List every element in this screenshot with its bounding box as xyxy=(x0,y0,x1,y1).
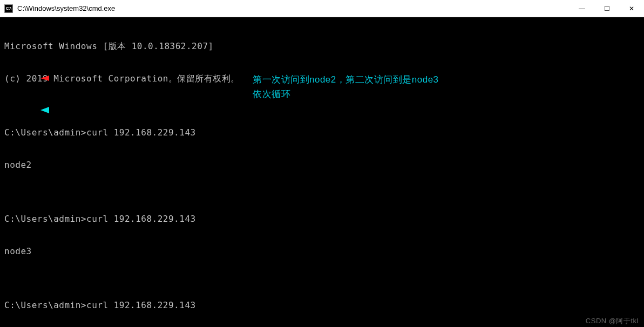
terminal-line: node3 xyxy=(4,246,640,257)
terminal-area[interactable]: Microsoft Windows [版本 10.0.18362.207] (c… xyxy=(0,17,644,327)
window-titlebar: C:\ C:\Windows\system32\cmd.exe — ☐ ✕ xyxy=(0,0,644,17)
annotation-line: 依次循环 xyxy=(253,87,439,101)
close-button[interactable]: ✕ xyxy=(619,0,644,17)
terminal-line: C:\Users\admin>curl 192.168.229.143 xyxy=(4,214,640,224)
svg-marker-3 xyxy=(40,107,49,113)
window-controls: — ☐ ✕ xyxy=(570,0,644,17)
terminal-line: C:\Users\admin>curl 192.168.229.143 xyxy=(4,127,640,138)
terminal-line: node2 xyxy=(4,160,640,171)
terminal-line: C:\Users\admin>curl 192.168.229.143 xyxy=(4,300,640,311)
maximize-button[interactable]: ☐ xyxy=(594,0,619,17)
terminal-line: Microsoft Windows [版本 10.0.18362.207] xyxy=(4,41,640,52)
window-title: C:\Windows\system32\cmd.exe xyxy=(17,4,115,12)
watermark-text: CSDN @阿于tkl xyxy=(586,317,639,325)
annotation-line: 第一次访问到node2，第二次访问到是node3 xyxy=(253,72,439,87)
cmd-icon: C:\ xyxy=(4,4,13,13)
annotation-text: 第一次访问到node2，第二次访问到是node3 依次循环 xyxy=(253,72,439,101)
arrow-cyan-icon xyxy=(40,106,235,114)
arrow-red-icon xyxy=(40,74,235,82)
minimize-button[interactable]: — xyxy=(570,0,594,17)
svg-marker-1 xyxy=(40,76,49,81)
